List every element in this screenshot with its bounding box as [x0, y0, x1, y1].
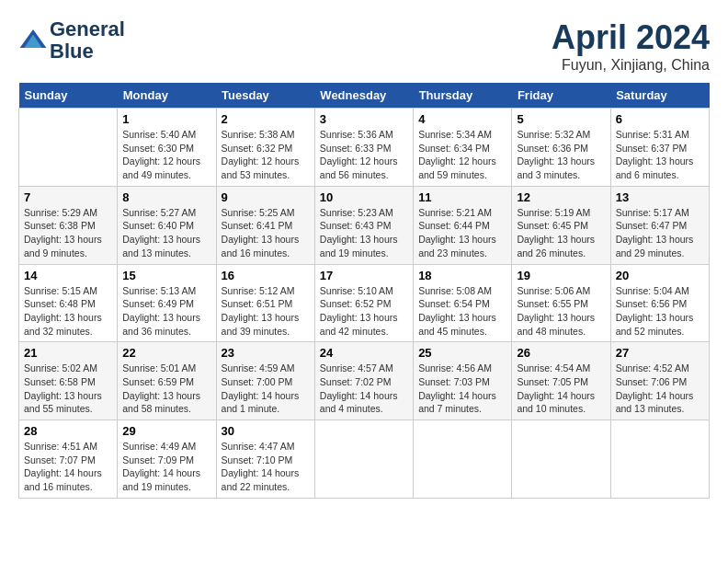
- logo-icon: [18, 26, 48, 55]
- day-info: Sunrise: 5:32 AM Sunset: 6:36 PM Dayligh…: [517, 128, 605, 182]
- day-number: 13: [616, 190, 704, 204]
- day-number: 26: [517, 346, 605, 360]
- calendar-day-cell: 17Sunrise: 5:10 AM Sunset: 6:52 PM Dayli…: [314, 264, 413, 342]
- calendar-day-cell: 21Sunrise: 5:02 AM Sunset: 6:58 PM Dayli…: [19, 342, 118, 420]
- day-info: Sunrise: 5:01 AM Sunset: 6:59 PM Dayligh…: [122, 362, 210, 416]
- day-number: 7: [24, 190, 112, 204]
- calendar-day-cell: 28Sunrise: 4:51 AM Sunset: 7:07 PM Dayli…: [19, 420, 118, 499]
- day-info: Sunrise: 4:47 AM Sunset: 7:10 PM Dayligh…: [222, 440, 310, 494]
- logo: General Blue: [18, 18, 125, 63]
- day-number: 12: [517, 190, 605, 204]
- day-number: 29: [122, 424, 210, 438]
- day-number: 14: [24, 269, 112, 282]
- weekday-label: Tuesday: [216, 83, 314, 109]
- day-info: Sunrise: 5:21 AM Sunset: 6:44 PM Dayligh…: [418, 206, 506, 260]
- day-info: Sunrise: 5:29 AM Sunset: 6:38 PM Dayligh…: [24, 206, 112, 260]
- day-info: Sunrise: 5:23 AM Sunset: 6:43 PM Dayligh…: [320, 206, 408, 260]
- weekday-label: Saturday: [610, 83, 709, 109]
- calendar-day-cell: 29Sunrise: 4:49 AM Sunset: 7:09 PM Dayli…: [118, 420, 216, 499]
- day-info: Sunrise: 5:36 AM Sunset: 6:33 PM Dayligh…: [320, 128, 408, 182]
- day-number: 17: [320, 269, 408, 282]
- calendar-day-cell: 7Sunrise: 5:29 AM Sunset: 6:38 PM Daylig…: [19, 186, 118, 264]
- day-number: 8: [122, 190, 210, 204]
- day-info: Sunrise: 5:12 AM Sunset: 6:51 PM Dayligh…: [222, 284, 310, 339]
- calendar-day-cell: 11Sunrise: 5:21 AM Sunset: 6:44 PM Dayli…: [414, 186, 512, 264]
- day-number: 24: [320, 346, 408, 360]
- calendar-day-cell: 13Sunrise: 5:17 AM Sunset: 6:47 PM Dayli…: [610, 186, 709, 264]
- day-number: 6: [616, 112, 704, 126]
- calendar-day-cell: 5Sunrise: 5:32 AM Sunset: 6:36 PM Daylig…: [512, 109, 610, 187]
- day-info: Sunrise: 5:15 AM Sunset: 6:48 PM Dayligh…: [24, 284, 112, 339]
- day-number: 16: [222, 269, 310, 282]
- calendar-day-cell: [610, 420, 709, 499]
- day-number: 15: [122, 269, 210, 282]
- calendar-day-cell: 14Sunrise: 5:15 AM Sunset: 6:48 PM Dayli…: [19, 264, 118, 342]
- calendar-week-row: 14Sunrise: 5:15 AM Sunset: 6:48 PM Dayli…: [19, 264, 710, 342]
- calendar-day-cell: 9Sunrise: 5:25 AM Sunset: 6:41 PM Daylig…: [216, 186, 314, 264]
- calendar-day-cell: 25Sunrise: 4:56 AM Sunset: 7:03 PM Dayli…: [414, 342, 512, 420]
- day-info: Sunrise: 5:38 AM Sunset: 6:32 PM Dayligh…: [222, 128, 310, 182]
- day-number: 25: [418, 346, 506, 360]
- calendar-day-cell: 27Sunrise: 4:52 AM Sunset: 7:06 PM Dayli…: [610, 342, 709, 420]
- calendar-day-cell: 6Sunrise: 5:31 AM Sunset: 6:37 PM Daylig…: [610, 109, 709, 187]
- day-info: Sunrise: 4:54 AM Sunset: 7:05 PM Dayligh…: [517, 362, 605, 416]
- calendar-body: 1Sunrise: 5:40 AM Sunset: 6:30 PM Daylig…: [19, 109, 710, 499]
- day-number: 10: [320, 190, 408, 204]
- calendar-day-cell: 3Sunrise: 5:36 AM Sunset: 6:33 PM Daylig…: [314, 109, 413, 187]
- day-info: Sunrise: 4:56 AM Sunset: 7:03 PM Dayligh…: [418, 362, 506, 416]
- calendar-day-cell: 22Sunrise: 5:01 AM Sunset: 6:59 PM Dayli…: [118, 342, 216, 420]
- day-info: Sunrise: 5:04 AM Sunset: 6:56 PM Dayligh…: [616, 284, 704, 339]
- day-info: Sunrise: 5:40 AM Sunset: 6:30 PM Dayligh…: [122, 128, 210, 182]
- calendar-week-row: 21Sunrise: 5:02 AM Sunset: 6:58 PM Dayli…: [19, 342, 710, 420]
- day-info: Sunrise: 5:06 AM Sunset: 6:55 PM Dayligh…: [517, 284, 605, 339]
- day-info: Sunrise: 5:31 AM Sunset: 6:37 PM Dayligh…: [616, 128, 704, 182]
- day-info: Sunrise: 4:51 AM Sunset: 7:07 PM Dayligh…: [24, 440, 112, 494]
- day-info: Sunrise: 5:17 AM Sunset: 6:47 PM Dayligh…: [616, 206, 704, 260]
- calendar-day-cell: 23Sunrise: 4:59 AM Sunset: 7:00 PM Dayli…: [216, 342, 314, 420]
- day-number: 19: [517, 269, 605, 282]
- calendar-day-cell: 18Sunrise: 5:08 AM Sunset: 6:54 PM Dayli…: [414, 264, 512, 342]
- day-number: 20: [616, 269, 704, 282]
- day-info: Sunrise: 5:27 AM Sunset: 6:40 PM Dayligh…: [122, 206, 210, 260]
- day-number: 23: [222, 346, 310, 360]
- calendar-week-row: 28Sunrise: 4:51 AM Sunset: 7:07 PM Dayli…: [19, 420, 710, 499]
- calendar-day-cell: 2Sunrise: 5:38 AM Sunset: 6:32 PM Daylig…: [216, 109, 314, 187]
- calendar-day-cell: 12Sunrise: 5:19 AM Sunset: 6:45 PM Dayli…: [512, 186, 610, 264]
- weekday-label: Thursday: [414, 83, 512, 109]
- day-info: Sunrise: 5:13 AM Sunset: 6:49 PM Dayligh…: [122, 284, 210, 339]
- location: Fuyun, Xinjiang, China: [552, 57, 710, 74]
- calendar-day-cell: [314, 420, 413, 499]
- day-info: Sunrise: 4:49 AM Sunset: 7:09 PM Dayligh…: [122, 440, 210, 494]
- day-number: 5: [517, 112, 605, 126]
- day-number: 4: [418, 112, 506, 126]
- calendar-table: SundayMondayTuesdayWednesdayThursdayFrid…: [18, 83, 710, 499]
- calendar-day-cell: 1Sunrise: 5:40 AM Sunset: 6:30 PM Daylig…: [118, 109, 216, 187]
- day-number: 30: [222, 424, 310, 438]
- day-number: 2: [222, 112, 310, 126]
- calendar-day-cell: [512, 420, 610, 499]
- logo-text: General Blue: [50, 18, 125, 63]
- page-header: General Blue April 2024 Fuyun, Xinjiang,…: [18, 18, 710, 74]
- day-info: Sunrise: 5:02 AM Sunset: 6:58 PM Dayligh…: [24, 362, 112, 416]
- day-info: Sunrise: 4:57 AM Sunset: 7:02 PM Dayligh…: [320, 362, 408, 416]
- day-info: Sunrise: 5:08 AM Sunset: 6:54 PM Dayligh…: [418, 284, 506, 339]
- calendar-day-cell: 26Sunrise: 4:54 AM Sunset: 7:05 PM Dayli…: [512, 342, 610, 420]
- day-number: 27: [616, 346, 704, 360]
- calendar-day-cell: 8Sunrise: 5:27 AM Sunset: 6:40 PM Daylig…: [118, 186, 216, 264]
- calendar-day-cell: 19Sunrise: 5:06 AM Sunset: 6:55 PM Dayli…: [512, 264, 610, 342]
- weekday-label: Monday: [118, 83, 216, 109]
- day-number: 11: [418, 190, 506, 204]
- month-title: April 2024: [552, 18, 710, 57]
- day-number: 21: [24, 346, 112, 360]
- calendar-week-row: 7Sunrise: 5:29 AM Sunset: 6:38 PM Daylig…: [19, 186, 710, 264]
- calendar-day-cell: [19, 109, 118, 187]
- day-info: Sunrise: 4:52 AM Sunset: 7:06 PM Dayligh…: [616, 362, 704, 416]
- day-info: Sunrise: 5:34 AM Sunset: 6:34 PM Dayligh…: [418, 128, 506, 182]
- day-info: Sunrise: 4:59 AM Sunset: 7:00 PM Dayligh…: [222, 362, 310, 416]
- day-info: Sunrise: 5:25 AM Sunset: 6:41 PM Dayligh…: [222, 206, 310, 260]
- day-info: Sunrise: 5:19 AM Sunset: 6:45 PM Dayligh…: [517, 206, 605, 260]
- day-number: 9: [222, 190, 310, 204]
- weekday-header-row: SundayMondayTuesdayWednesdayThursdayFrid…: [19, 83, 710, 109]
- calendar-day-cell: 30Sunrise: 4:47 AM Sunset: 7:10 PM Dayli…: [216, 420, 314, 499]
- day-number: 28: [24, 424, 112, 438]
